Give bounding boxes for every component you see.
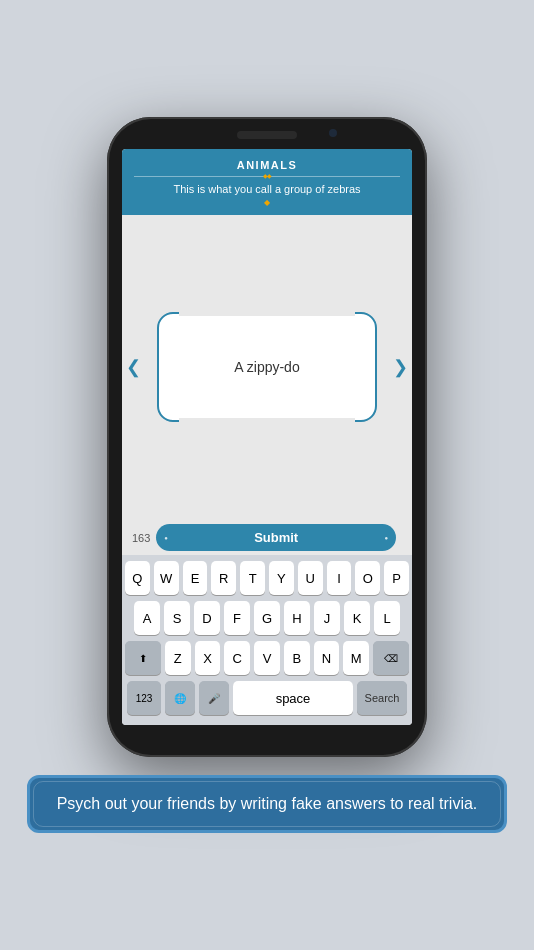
next-card-button[interactable]: ❯ <box>393 356 408 378</box>
key-q[interactable]: Q <box>125 561 150 595</box>
key-n[interactable]: N <box>314 641 340 675</box>
answer-area: ❮ A zippy-do ❯ <box>122 215 412 518</box>
answer-card: A zippy-do <box>157 312 377 422</box>
keyboard-row-4: 123 🌐 🎤 space Search <box>125 681 409 715</box>
search-key[interactable]: Search <box>357 681 407 715</box>
key-a[interactable]: A <box>134 601 160 635</box>
key-k[interactable]: K <box>344 601 370 635</box>
key-m[interactable]: M <box>343 641 369 675</box>
key-w[interactable]: W <box>154 561 179 595</box>
key-y[interactable]: Y <box>269 561 294 595</box>
prev-card-button[interactable]: ❮ <box>126 356 141 378</box>
header-divider <box>134 176 400 177</box>
key-h[interactable]: H <box>284 601 310 635</box>
mic-key[interactable]: 🎤 <box>199 681 229 715</box>
key-d[interactable]: D <box>194 601 220 635</box>
key-z[interactable]: Z <box>165 641 191 675</box>
key-c[interactable]: C <box>224 641 250 675</box>
app-header: ANIMALS This is what you call a group of… <box>122 149 412 215</box>
key-s[interactable]: S <box>164 601 190 635</box>
shift-key[interactable]: ⬆ <box>125 641 161 675</box>
phone-shell: ANIMALS This is what you call a group of… <box>107 117 427 757</box>
caption-box: Psych out your friends by writing fake a… <box>27 775 507 833</box>
key-t[interactable]: T <box>240 561 265 595</box>
key-g[interactable]: G <box>254 601 280 635</box>
phone-screen: ANIMALS This is what you call a group of… <box>122 149 412 725</box>
keyboard-row-3: ⬆ Z X C V B N M ⌫ <box>125 641 409 675</box>
category-label: ANIMALS <box>134 159 400 171</box>
key-o[interactable]: O <box>355 561 380 595</box>
submit-area: 163 Submit <box>122 518 412 555</box>
key-b[interactable]: B <box>284 641 310 675</box>
key-v[interactable]: V <box>254 641 280 675</box>
caption-text: Psych out your friends by writing fake a… <box>57 795 478 812</box>
space-key[interactable]: space <box>233 681 353 715</box>
key-f[interactable]: F <box>224 601 250 635</box>
question-text: This is what you call a group of zebras <box>134 182 400 197</box>
submit-button[interactable]: Submit <box>156 524 396 551</box>
key-j[interactable]: J <box>314 601 340 635</box>
key-r[interactable]: R <box>211 561 236 595</box>
header-diamond: ◆ <box>134 199 400 207</box>
key-u[interactable]: U <box>298 561 323 595</box>
key-l[interactable]: L <box>374 601 400 635</box>
phone-camera <box>329 129 337 137</box>
keyboard-row-1: Q W E R T Y U I O P <box>125 561 409 595</box>
key-p[interactable]: P <box>384 561 409 595</box>
numbers-key[interactable]: 123 <box>127 681 161 715</box>
phone-speaker <box>237 131 297 139</box>
key-x[interactable]: X <box>195 641 221 675</box>
answer-text: A zippy-do <box>234 359 299 375</box>
globe-key[interactable]: 🌐 <box>165 681 195 715</box>
key-i[interactable]: I <box>327 561 352 595</box>
keyboard: Q W E R T Y U I O P A S D F G H J K <box>122 555 412 725</box>
score-count: 163 <box>132 532 150 544</box>
key-e[interactable]: E <box>183 561 208 595</box>
keyboard-row-2: A S D F G H J K L <box>125 601 409 635</box>
delete-key[interactable]: ⌫ <box>373 641 409 675</box>
